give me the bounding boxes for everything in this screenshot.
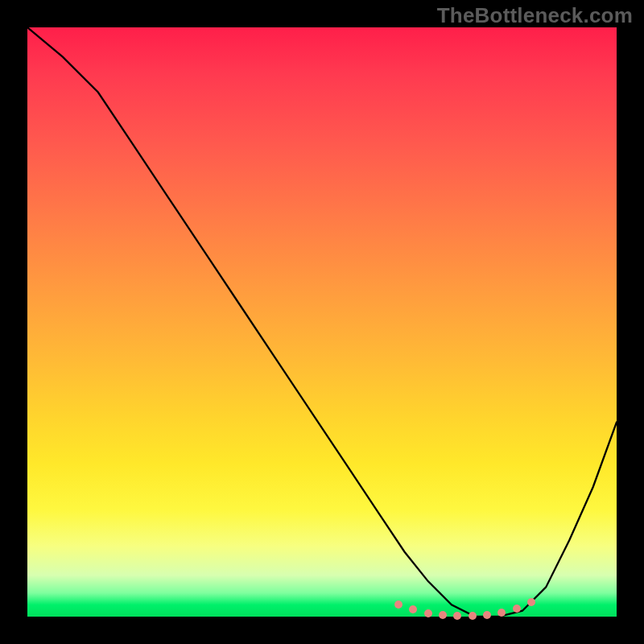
curve-path	[27, 27, 617, 617]
watermark-label: TheBottleneck.com	[437, 3, 633, 28]
marker-dot	[453, 612, 461, 620]
marker-dot	[469, 612, 477, 620]
marker-dot	[424, 609, 432, 617]
marker-dot	[483, 611, 491, 619]
marker-dot	[439, 611, 447, 619]
bottleneck-curve	[27, 27, 617, 617]
marker-dot	[513, 605, 521, 613]
plot-area	[27, 27, 617, 617]
marker-dot	[527, 598, 535, 606]
chart-stage: TheBottleneck.com	[0, 0, 644, 644]
